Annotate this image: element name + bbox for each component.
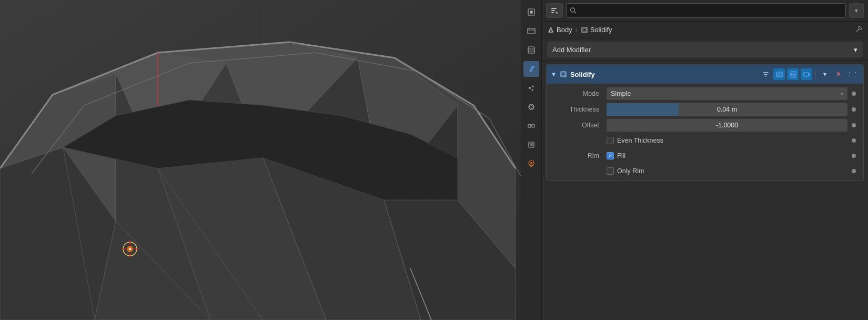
- even-thickness-wrap: Even Thickness: [607, 137, 847, 144]
- svg-point-64: [556, 12, 558, 14]
- icon-sidebar: [521, 0, 542, 320]
- breadcrumb-solidify[interactable]: Solidify: [581, 26, 612, 34]
- rim-fill-row: Rim Fill: [547, 148, 863, 164]
- svg-point-78: [792, 74, 793, 75]
- only-rim-checkbox[interactable]: [607, 167, 614, 175]
- add-modifier-row: Add Modifier ▾: [542, 38, 868, 61]
- breadcrumb: Body › Solidify: [542, 22, 868, 38]
- body-label: Body: [557, 26, 572, 34]
- render-properties-icon[interactable]: [523, 4, 539, 20]
- even-thickness-dot[interactable]: [852, 138, 856, 143]
- add-modifier-button[interactable]: Add Modifier ▾: [547, 42, 863, 57]
- svg-rect-60: [530, 165, 532, 167]
- right-panel: ▾ Body › Solidify: [521, 0, 868, 320]
- viewport-area[interactable]: [0, 0, 521, 320]
- even-thickness-row: Even Thickness: [547, 133, 863, 148]
- thickness-field[interactable]: 0.04 m: [607, 103, 847, 116]
- only-rim-label: Only Rim: [617, 167, 644, 175]
- fill-checkbox[interactable]: [607, 152, 614, 159]
- rim-label: Rim: [552, 152, 599, 159]
- particles-properties-icon[interactable]: [523, 80, 539, 96]
- modifier-dots-icon[interactable]: ⋮⋮: [846, 71, 859, 78]
- even-thickness-label: Even Thickness: [617, 137, 663, 144]
- search-input[interactable]: [566, 3, 846, 18]
- pin-icon[interactable]: [855, 25, 863, 34]
- realtime-viewport-icon[interactable]: [773, 68, 785, 80]
- output-properties-icon[interactable]: [523, 23, 539, 39]
- search-bar: ▾: [542, 0, 868, 22]
- props-area: ▾ Body › Solidify: [542, 0, 868, 320]
- svg-rect-68: [550, 30, 552, 32]
- svg-rect-62: [551, 10, 555, 11]
- offset-row: Offset -1.0000: [547, 117, 863, 133]
- svg-point-50: [531, 89, 533, 91]
- modifier-filter-icon[interactable]: [760, 68, 771, 80]
- svg-line-65: [558, 14, 559, 15]
- thickness-label: Thickness: [552, 106, 599, 113]
- modifier-dropdown-icon[interactable]: ▾: [819, 68, 831, 80]
- svg-rect-75: [777, 73, 782, 76]
- svg-rect-70: [583, 28, 586, 32]
- svg-rect-63: [551, 12, 554, 13]
- mode-dot[interactable]: [852, 92, 856, 96]
- svg-rect-79: [804, 73, 809, 76]
- svg-line-71: [856, 29, 859, 32]
- constraints-properties-icon[interactable]: [523, 118, 539, 134]
- fill-label: Fill: [617, 152, 625, 159]
- only-rim-dot[interactable]: [852, 169, 856, 173]
- offset-field[interactable]: -1.0000: [607, 119, 847, 132]
- collapse-arrow-icon[interactable]: ▼: [551, 71, 557, 77]
- solidify-label: Solidify: [590, 26, 612, 34]
- svg-rect-72: [561, 72, 566, 77]
- thickness-value: 0.04 m: [717, 106, 737, 113]
- svg-rect-57: [530, 143, 533, 146]
- modifier-card: ▼ Solidify: [546, 64, 864, 181]
- svg-rect-44: [528, 47, 534, 53]
- modifier-close-icon[interactable]: ✕: [833, 68, 844, 80]
- svg-line-67: [574, 12, 577, 14]
- mode-row: Mode Simple ▾: [547, 86, 863, 102]
- svg-rect-42: [528, 28, 535, 34]
- svg-rect-54: [532, 124, 534, 127]
- offset-value: -1.0000: [716, 122, 738, 129]
- svg-point-59: [530, 162, 532, 164]
- svg-rect-69: [582, 27, 587, 33]
- add-modifier-label: Add Modifier: [552, 46, 591, 54]
- offset-label: Offset: [552, 122, 599, 129]
- modifier-icon: [560, 71, 567, 78]
- svg-point-41: [530, 11, 533, 14]
- svg-point-47: [532, 66, 534, 68]
- modifier-header: ▼ Solidify: [547, 65, 863, 84]
- svg-point-39: [129, 248, 131, 250]
- modifier-properties-icon[interactable]: [523, 61, 539, 77]
- mode-dropdown[interactable]: Simple ▾: [607, 87, 847, 100]
- modifier-properties: Mode Simple ▾ Thickness 0.04 m: [547, 84, 863, 181]
- filter-search-btn[interactable]: [546, 3, 563, 18]
- physics-properties-icon[interactable]: [523, 99, 539, 115]
- fill-dot[interactable]: [852, 154, 856, 158]
- svg-point-66: [571, 8, 575, 12]
- thickness-row: Thickness 0.04 m: [547, 102, 863, 117]
- collapse-expand-btn[interactable]: ▾: [849, 3, 864, 18]
- breadcrumb-separator: ›: [576, 26, 578, 34]
- material-properties-icon[interactable]: [523, 156, 539, 172]
- add-modifier-chevron: ▾: [854, 46, 857, 54]
- offset-dot[interactable]: [852, 123, 856, 127]
- thickness-dot[interactable]: [852, 107, 856, 112]
- render-viewport-icon[interactable]: [787, 68, 799, 80]
- svg-rect-73: [562, 73, 565, 76]
- modifier-name: Solidify: [570, 71, 756, 78]
- breadcrumb-body[interactable]: Body: [547, 26, 572, 34]
- object-properties-icon[interactable]: [523, 137, 539, 153]
- svg-rect-61: [551, 8, 557, 9]
- svg-rect-53: [528, 124, 531, 127]
- even-thickness-checkbox[interactable]: [607, 137, 614, 144]
- svg-point-48: [529, 87, 531, 89]
- mode-value: Simple: [611, 90, 631, 97]
- view-layer-properties-icon[interactable]: [523, 42, 539, 58]
- svg-point-49: [532, 86, 533, 87]
- fill-wrap: Fill: [607, 152, 847, 159]
- mode-chevron-icon: ▾: [841, 91, 843, 97]
- camera-render-icon[interactable]: [801, 68, 812, 80]
- modifier-header-icons: ▾ ✕ ⋮⋮: [760, 68, 859, 80]
